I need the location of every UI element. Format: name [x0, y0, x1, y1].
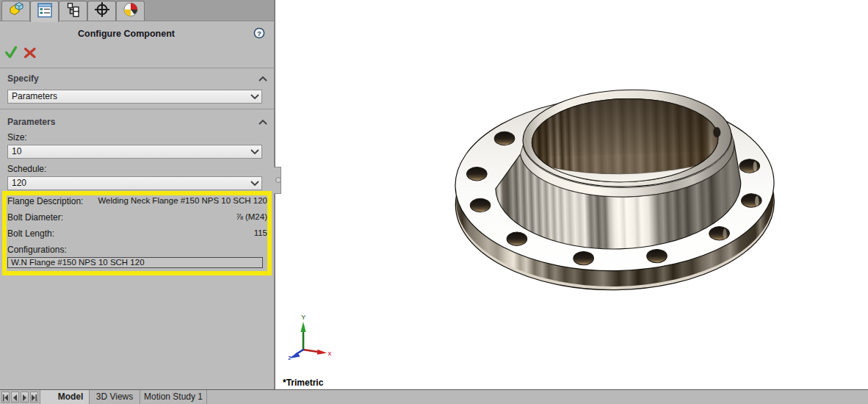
svg-text:Y: Y [301, 313, 306, 321]
svg-text:x: x [328, 349, 332, 357]
svg-text:z: z [288, 353, 292, 361]
svg-text:?: ? [257, 29, 261, 37]
